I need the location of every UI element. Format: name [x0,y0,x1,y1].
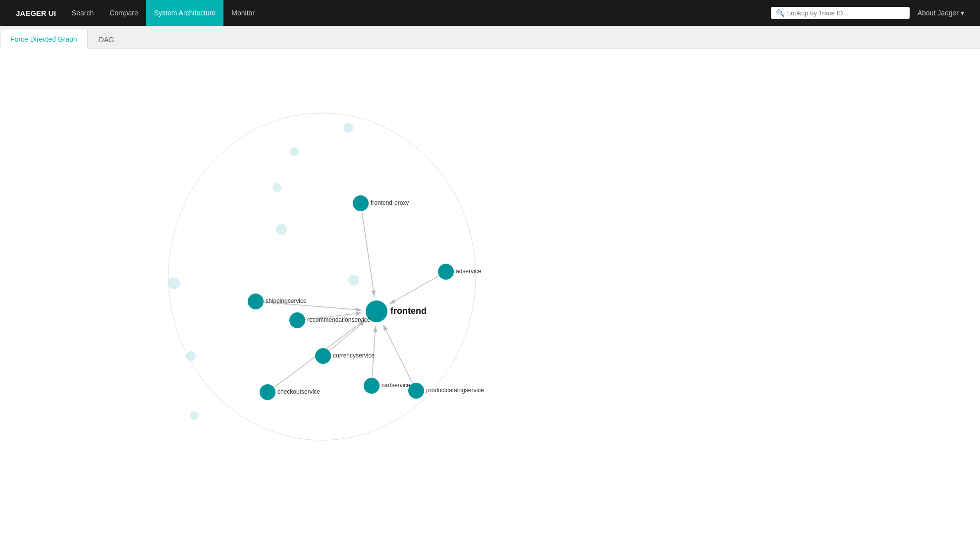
trace-id-input[interactable] [787,9,905,17]
navbar: JAEGER UI Search Compare System Architec… [0,0,980,26]
graph-node-label-adservice: adservice [456,268,482,275]
svg-point-3 [438,264,454,280]
svg-point-14 [348,275,359,286]
svg-point-5 [289,312,305,328]
graph-node-label-frontend: frontend [390,306,427,316]
graph-node-productcatalogservice[interactable]: productcatalogservice [408,383,484,399]
force-directed-graph-svg[interactable]: frontendfrontend-proxyadserviceshippings… [0,49,980,534]
tab-force-directed[interactable]: Force Directed Graph [0,30,88,49]
graph-node-faded3[interactable] [272,183,281,192]
graph-node-frontend[interactable]: frontend [366,300,427,322]
graph-node-checkoutservice[interactable]: checkoutservice [260,384,320,400]
graph-node-shippingservice[interactable]: shippingservice [248,294,307,309]
about-jaeger-menu[interactable]: About Jaeger ▾ [910,0,972,26]
graph-node-label-recommendationservice: recommendationservice [307,316,371,323]
graph-node-label-frontend-proxy: frontend-proxy [371,199,409,206]
svg-point-2 [353,195,369,211]
svg-point-16 [186,351,196,361]
svg-point-13 [276,224,287,235]
graph-node-label-checkoutservice: checkoutservice [277,388,320,395]
svg-point-11 [290,147,299,156]
graph-edge [329,321,365,351]
svg-point-6 [315,348,331,364]
nav-item-monitor[interactable]: Monitor [223,0,263,26]
graph-area: frontendfrontend-proxyadserviceshippings… [0,49,980,534]
graph-node-faded1[interactable] [343,123,353,133]
graph-node-frontend-proxy[interactable]: frontend-proxy [353,195,409,211]
graph-node-faded6[interactable] [168,277,180,289]
graph-node-faded2[interactable] [290,147,299,156]
graph-node-label-cartservice: cartservice [381,382,410,389]
graph-node-label-currencyservice: currencyservice [333,352,375,359]
graph-node-label-shippingservice: shippingservice [266,297,307,304]
graph-node-faded7[interactable] [186,351,196,361]
tabs-bar: Force Directed Graph DAG [0,26,980,49]
graph-edge [383,325,412,384]
graph-node-recommendationservice[interactable]: recommendationservice [289,312,371,328]
search-icon: 🔍 [776,9,784,17]
graph-edge [362,211,374,297]
svg-point-15 [168,277,180,289]
graph-node-cartservice[interactable]: cartservice [364,378,410,394]
svg-point-8 [408,383,424,399]
svg-point-12 [272,183,281,192]
graph-node-adservice[interactable]: adservice [438,264,482,280]
svg-point-10 [343,123,353,133]
tab-dag[interactable]: DAG [89,30,124,49]
graph-node-faded5[interactable] [348,275,359,286]
svg-point-7 [364,378,380,394]
graph-edge [389,276,439,304]
nav-item-system-architecture[interactable]: System Architecture [146,0,224,26]
chevron-down-icon: ▾ [961,9,964,17]
trace-search-container: 🔍 [771,7,910,19]
graph-node-currencyservice[interactable]: currencyservice [315,348,375,364]
nav-brand[interactable]: JAEGER UI [8,0,64,26]
svg-point-9 [260,384,275,400]
svg-point-4 [248,294,264,309]
graph-node-faded4[interactable] [276,224,287,235]
graph-node-label-productcatalogservice: productcatalogservice [426,387,484,394]
svg-point-17 [190,411,199,420]
graph-node-faded8[interactable] [190,411,199,420]
nav-item-compare[interactable]: Compare [102,0,146,26]
about-jaeger-label: About Jaeger [918,9,959,17]
nav-item-search[interactable]: Search [64,0,102,26]
